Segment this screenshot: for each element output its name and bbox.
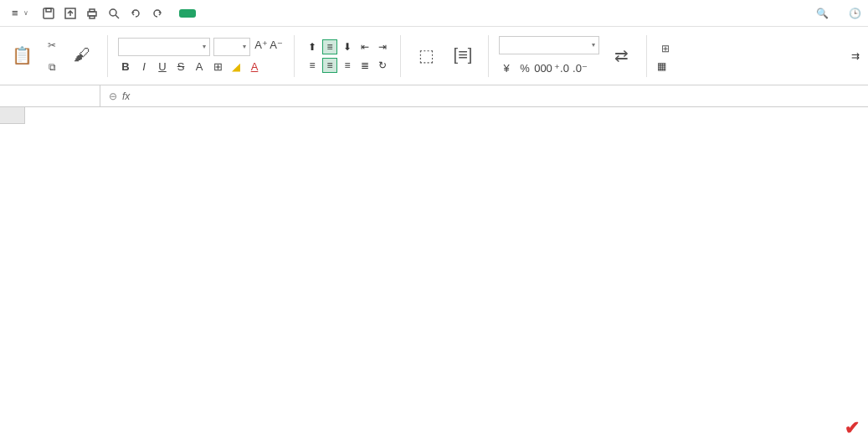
currency-icon[interactable]: ¥ [499,61,514,76]
tab-dev-tools[interactable] [308,9,325,18]
menu-bar: ≡ ∨ 🔍 🕒 [0,0,868,27]
type-convert-group[interactable]: ⇄ [606,44,636,69]
align-left-icon[interactable]: ≡ [305,58,320,73]
separator [400,35,401,77]
cut-icon[interactable]: ✂ [44,37,60,54]
increase-font-icon[interactable]: A⁺ [254,38,269,53]
align-right-icon[interactable]: ≡ [340,58,355,73]
tab-insert[interactable] [198,9,214,18]
tab-review[interactable] [271,9,288,18]
separator [294,35,295,77]
decimal-decrease-icon[interactable]: .0⁻ [573,61,588,76]
svg-point-6 [110,9,116,16]
search-icon: 🔍 [816,8,829,19]
svg-rect-0 [44,8,54,18]
select-all-corner[interactable] [0,107,25,124]
format-painter-group[interactable]: 🖌 [67,44,97,69]
indent-decrease-icon[interactable]: ⇤ [357,39,372,54]
wrap-icon: [≡] [451,44,475,67]
tab-page-layout[interactable] [216,9,233,18]
merge-group[interactable]: ⬚ [411,44,441,69]
search-box[interactable]: 🔍 [816,8,832,19]
other-icon: ⇉ [851,50,860,62]
format-painter-icon: 🖌 [70,44,94,67]
table-styles-icon: ▦ [657,60,666,72]
svg-rect-1 [46,8,51,12]
merge-icon: ⬚ [414,44,438,67]
bell-icon: 🕒 [849,8,861,19]
other-button[interactable]: ⇉ [851,50,861,62]
orientation-icon[interactable]: ↻ [375,58,390,73]
fx-icon[interactable]: fx [122,90,130,102]
font-color-button[interactable]: A [192,59,207,75]
fill-color-button[interactable]: ◢ [229,59,244,75]
watermark: ✔ [841,417,860,439]
file-menu-button[interactable]: ≡ ∨ [7,3,33,23]
name-box[interactable] [0,85,100,106]
align-bottom-icon[interactable]: ⬇ [340,39,355,54]
hamburger-icon: ≡ [12,7,18,19]
notification-icon[interactable]: 🕒 [849,8,861,19]
chevron-down-icon: ∨ [23,9,28,17]
formula-bar: ⊖ fx [0,85,868,107]
redo-icon[interactable] [149,5,166,22]
conditional-format-icon[interactable]: ⊞ [657,40,674,57]
paste-icon: 📋 [10,44,33,67]
underline-button[interactable]: U [155,59,170,75]
decrease-font-icon[interactable]: A⁻ [269,38,284,53]
align-middle-icon[interactable]: ≡ [322,39,337,54]
decimal-increase-icon[interactable]: ⁺.0 [554,61,569,76]
svg-rect-4 [90,9,95,12]
font-name-select[interactable]: ▾ [118,38,210,56]
align-center-icon[interactable]: ≡ [322,58,337,73]
strikethrough-button[interactable]: S [173,59,188,75]
tab-start[interactable] [179,9,196,18]
ribbon-toolbar: 📋 ✂ ⧉ 🖌 ▾ ▾ A⁺ A⁻ B I U S A ⊞ ◢ A ⬆ ≡ [0,27,868,85]
undo-icon[interactable] [127,5,144,22]
wrap-group[interactable]: [≡] [448,44,478,69]
ribbon-tabs [179,9,343,18]
separator [646,35,647,77]
italic-button[interactable]: I [136,59,152,75]
check-icon: ✔ [845,417,860,439]
copy-icon[interactable]: ⧉ [44,59,60,75]
quick-access-toolbar [40,5,166,22]
border-button[interactable]: ⊞ [210,59,225,75]
font-color-red-button[interactable]: A [247,59,262,75]
font-size-select[interactable]: ▾ [213,38,250,56]
print-icon[interactable] [84,5,100,22]
separator [488,35,489,77]
justify-icon[interactable]: ≣ [357,58,372,73]
alignment-group: ⬆ ≡ ⬇ ⇤ ⇥ [305,39,390,54]
zoom-out-icon[interactable]: ⊖ [109,90,117,102]
paste-group[interactable]: 📋 [7,44,37,69]
percent-icon[interactable]: % [517,61,532,76]
svg-rect-5 [90,16,95,18]
tab-data[interactable] [253,9,270,18]
tab-formulas[interactable] [234,9,251,18]
tab-view[interactable] [290,9,306,18]
convert-icon: ⇄ [609,44,633,67]
number-format-select[interactable]: ▾ [499,36,599,54]
export-icon[interactable] [62,5,79,22]
table-styles-button[interactable]: ▦ [657,60,674,72]
indent-increase-icon[interactable]: ⇥ [375,39,390,54]
separator [107,35,108,77]
preview-icon[interactable] [105,5,122,22]
save-icon[interactable] [40,5,57,22]
tab-members[interactable] [326,9,343,18]
align-top-icon[interactable]: ⬆ [305,39,320,54]
bold-button[interactable]: B [118,59,133,75]
comma-icon[interactable]: 000 [536,61,551,76]
